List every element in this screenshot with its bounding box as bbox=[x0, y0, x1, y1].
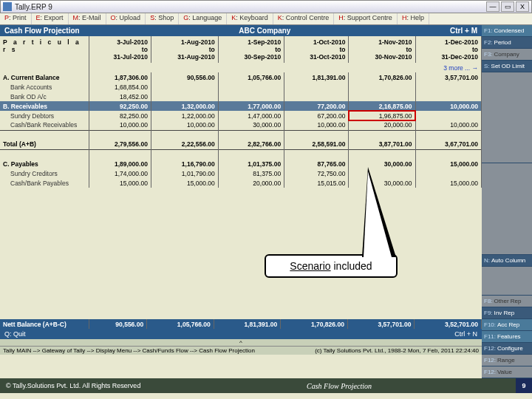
cell: 1,68,854.00 bbox=[89, 82, 151, 92]
report-title: Cash Flow Projection bbox=[4, 27, 80, 35]
period-header: 3-Jul-2010to31-Jul-2010 bbox=[89, 36, 151, 63]
cell: 72,750.00 bbox=[284, 168, 349, 178]
menu-language[interactable]: G: Language bbox=[179, 13, 227, 24]
maximize-button[interactable]: ▭ bbox=[501, 1, 514, 12]
cell bbox=[151, 92, 218, 101]
cell: 1,87,306.00 bbox=[89, 72, 151, 82]
side-acc-rep[interactable]: F10:Acc Rep bbox=[482, 319, 532, 331]
side-range[interactable]: F12:Range bbox=[482, 355, 532, 366]
row-label: Cash/Bank Receivables bbox=[0, 120, 89, 130]
cell: 10,000.00 bbox=[151, 120, 218, 130]
cell: 3,67,701.00 bbox=[415, 140, 481, 149]
cell: 2,79,556.00 bbox=[89, 140, 151, 149]
side-configure[interactable]: F12:Configure bbox=[482, 343, 532, 355]
side-spacer bbox=[482, 267, 532, 296]
cell: 1,16,790.00 bbox=[151, 159, 218, 168]
cell: 77,200.00 bbox=[284, 101, 349, 111]
menu-help[interactable]: H: Help bbox=[398, 13, 429, 24]
cell bbox=[349, 149, 415, 159]
cell bbox=[218, 92, 284, 101]
app-icon bbox=[3, 2, 12, 11]
cell bbox=[349, 82, 415, 92]
nett-cell: 1,05,766.00 bbox=[147, 319, 214, 329]
projection-table: P a r t i c u l a r s3-Jul-2010to31-Jul-… bbox=[0, 36, 482, 188]
window-title: Tally.ERP 9 bbox=[15, 3, 486, 11]
menu-supportcentre[interactable]: H: Support Centre bbox=[334, 13, 398, 24]
slide-footer: © Tally.Solutions Pvt. Ltd. All Rights R… bbox=[0, 378, 532, 393]
row-label bbox=[0, 130, 89, 140]
cell bbox=[284, 92, 349, 101]
cell bbox=[151, 82, 218, 92]
cell bbox=[415, 111, 481, 120]
close-button[interactable]: X bbox=[516, 1, 529, 12]
menu-controlcentre[interactable]: K: Control Centre bbox=[273, 13, 335, 24]
cell bbox=[151, 149, 218, 159]
side-company[interactable]: F3:Company bbox=[482, 49, 532, 61]
cell: 30,000.00 bbox=[218, 120, 284, 130]
side-condensed[interactable]: F1:Condensed bbox=[482, 25, 532, 37]
quit-bar: Q: Quit Ctrl + N bbox=[0, 329, 482, 339]
cell: 1,96,875.00 bbox=[349, 111, 415, 120]
period-header: 1-Aug-2010to31-Aug-2010 bbox=[151, 36, 218, 63]
side-other-rep[interactable]: F8:Other Rep bbox=[482, 296, 532, 307]
menu-e-mail[interactable]: M: E-Mail bbox=[69, 13, 106, 24]
period-header: 1-Sep-2010to30-Sep-2010 bbox=[218, 36, 284, 63]
cell: 2,22,556.00 bbox=[151, 140, 218, 149]
cell bbox=[151, 130, 218, 140]
cell bbox=[415, 149, 481, 159]
expand-indicator[interactable]: ^ bbox=[0, 339, 482, 346]
nett-cell: 1,81,391.00 bbox=[214, 319, 281, 329]
row-label: Sundry Debtors bbox=[0, 111, 89, 120]
period-header: 1-Dec-2010to31-Dec-2010 bbox=[415, 36, 481, 63]
side-features[interactable]: F11:Features bbox=[482, 331, 532, 343]
menu-export[interactable]: E: Export bbox=[32, 13, 69, 24]
menu-keyboard[interactable]: K: Keyboard bbox=[227, 13, 273, 24]
more-link[interactable]: 3 more ... → bbox=[89, 63, 482, 72]
cell bbox=[284, 82, 349, 92]
nett-cell: 1,70,826.00 bbox=[281, 319, 348, 329]
cell: 3,57,701.00 bbox=[415, 72, 481, 82]
minimize-button[interactable]: — bbox=[486, 1, 499, 12]
cell: 90,556.00 bbox=[151, 72, 218, 82]
side-value[interactable]: F12:Value bbox=[482, 366, 532, 378]
nett-cell: 90,556.00 bbox=[89, 319, 147, 329]
quit-button[interactable]: Q: Quit bbox=[4, 330, 26, 338]
row-label: Bank Accounts bbox=[0, 82, 89, 92]
cell: 1,77,000.00 bbox=[218, 101, 284, 111]
menu-print[interactable]: P: Print bbox=[0, 13, 32, 24]
particulars-header: P a r t i c u l a r s bbox=[0, 36, 89, 63]
cell bbox=[218, 149, 284, 159]
cell: 15,000.00 bbox=[151, 178, 218, 188]
side-set-od-limit[interactable]: S:Set OD Limit bbox=[482, 61, 532, 72]
cell: 1,01,375.00 bbox=[218, 159, 284, 168]
nett-cell: 3,57,701.00 bbox=[347, 319, 415, 329]
cell: 81,375.00 bbox=[218, 168, 284, 178]
footer-copyright: © Tally.Solutions Pvt. Ltd. All Rights R… bbox=[0, 382, 163, 389]
side-auto-column[interactable]: N:Auto Column bbox=[482, 255, 532, 267]
cell: 15,000.00 bbox=[415, 159, 481, 168]
sidebar: F1:CondensedF2:PeriodF3:CompanyS:Set OD … bbox=[482, 25, 532, 378]
cell: 92,250.00 bbox=[89, 101, 151, 111]
cell: 10,000.00 bbox=[415, 120, 481, 130]
cell: 1,74,000.00 bbox=[89, 168, 151, 178]
cell bbox=[89, 130, 151, 140]
cell: 1,05,766.00 bbox=[218, 72, 284, 82]
side-inv-rep[interactable]: F9:Inv Rep bbox=[482, 307, 532, 319]
cell: 3,87,701.00 bbox=[349, 140, 415, 149]
cell bbox=[284, 130, 349, 140]
cell: 1,89,000.00 bbox=[89, 159, 151, 168]
menu-upload[interactable]: O: Upload bbox=[106, 13, 146, 24]
cell bbox=[284, 149, 349, 159]
side-period[interactable]: F2:Period bbox=[482, 37, 532, 49]
menu-shop[interactable]: S: Shop bbox=[146, 13, 179, 24]
row-label: Sundry Creditors bbox=[0, 168, 89, 178]
cell: 82,250.00 bbox=[89, 111, 151, 120]
cell: 10,000.00 bbox=[89, 120, 151, 130]
cell: 15,015.00 bbox=[284, 178, 349, 188]
cell: 1,32,000.00 bbox=[151, 101, 218, 111]
row-label: Cash/Bank Payables bbox=[0, 178, 89, 188]
cell: 2,82,766.00 bbox=[218, 140, 284, 149]
cell: 1,22,000.00 bbox=[151, 111, 218, 120]
cell: 1,01,790.00 bbox=[151, 168, 218, 178]
cell bbox=[349, 92, 415, 101]
